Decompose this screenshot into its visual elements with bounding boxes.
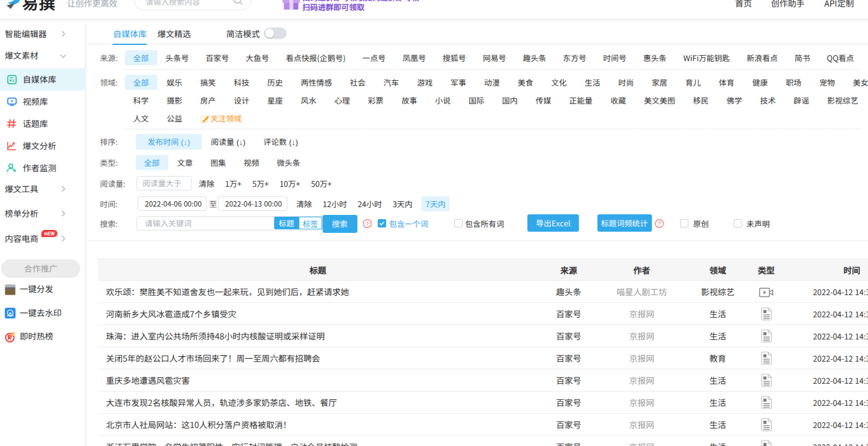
svg-text:?: ? — [658, 220, 661, 227]
svg-text:?: ? — [366, 220, 369, 227]
